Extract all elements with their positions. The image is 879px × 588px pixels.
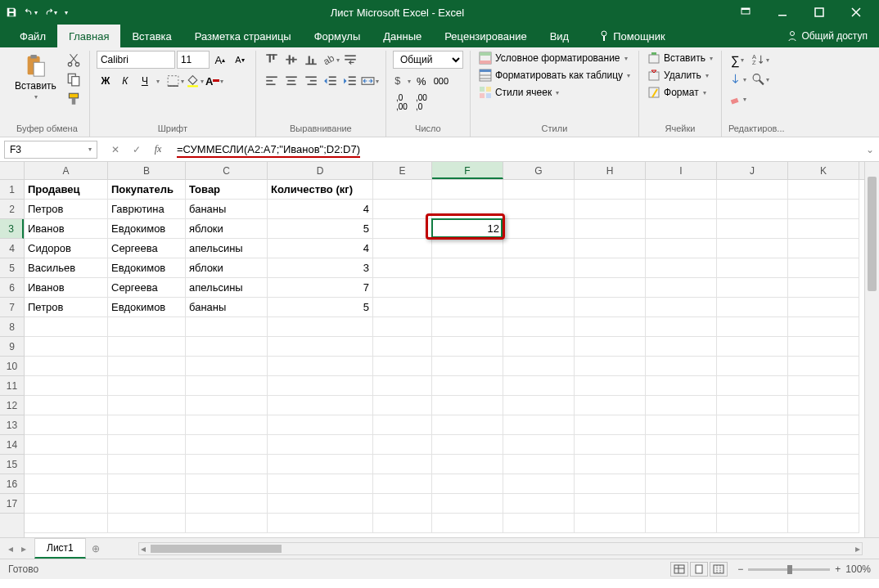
row-header[interactable]: 10 xyxy=(0,357,24,376)
cell[interactable] xyxy=(373,455,432,474)
tab-home[interactable]: Главная xyxy=(57,25,120,47)
cell[interactable] xyxy=(503,474,575,494)
sort-filter-icon[interactable]: AZ▾ xyxy=(751,51,769,69)
cell[interactable]: Петров xyxy=(25,200,108,219)
autosum-icon[interactable]: ∑▾ xyxy=(728,51,746,69)
cell[interactable] xyxy=(646,514,717,533)
cell[interactable] xyxy=(788,415,859,435)
save-icon[interactable] xyxy=(5,6,18,19)
cell[interactable] xyxy=(25,396,108,415)
tab-formulas[interactable]: Формулы xyxy=(303,25,372,47)
row-header[interactable]: 14 xyxy=(0,435,24,455)
ribbon-options-icon[interactable] xyxy=(727,0,764,25)
cell[interactable] xyxy=(646,435,717,455)
cell[interactable] xyxy=(373,298,432,317)
cell[interactable] xyxy=(432,435,503,455)
cell[interactable] xyxy=(25,435,108,455)
cell[interactable]: Иванов xyxy=(25,219,108,239)
cell[interactable] xyxy=(108,474,186,494)
cell[interactable] xyxy=(108,317,186,337)
cell[interactable] xyxy=(108,415,186,435)
cell[interactable] xyxy=(646,415,717,435)
cell[interactable] xyxy=(503,337,575,357)
row-header[interactable]: 12 xyxy=(0,396,24,415)
zoom-in-icon[interactable]: + xyxy=(835,563,841,575)
cell[interactable] xyxy=(575,514,646,533)
cell[interactable]: Васильев xyxy=(25,258,108,278)
row-header[interactable]: 13 xyxy=(0,415,24,435)
cell[interactable] xyxy=(646,376,717,396)
cell[interactable] xyxy=(788,278,859,298)
decrease-decimal-icon[interactable]: ,00,0 xyxy=(412,93,430,111)
cell[interactable] xyxy=(575,337,646,357)
row-header[interactable]: 3 xyxy=(0,219,24,239)
cell[interactable]: апельсины xyxy=(186,239,268,258)
cell[interactable] xyxy=(575,239,646,258)
scrollbar-thumb[interactable] xyxy=(868,177,877,291)
cell[interactable] xyxy=(268,317,373,337)
borders-icon[interactable]: ▾ xyxy=(166,72,184,90)
align-bottom-icon[interactable] xyxy=(302,51,320,69)
tab-view[interactable]: Вид xyxy=(539,25,581,47)
cell[interactable] xyxy=(503,298,575,317)
cell[interactable] xyxy=(268,415,373,435)
cell[interactable] xyxy=(717,494,788,514)
cell[interactable] xyxy=(788,376,859,396)
cell[interactable] xyxy=(575,298,646,317)
cell[interactable] xyxy=(25,357,108,376)
cell[interactable] xyxy=(646,180,717,200)
conditional-formatting-button[interactable]: Условное форматирование▾ xyxy=(477,51,629,65)
insert-cells-button[interactable]: Вставить▾ xyxy=(646,51,714,65)
merge-center-icon[interactable]: ▾ xyxy=(361,72,379,90)
cell[interactable] xyxy=(108,435,186,455)
row-header[interactable]: 11 xyxy=(0,376,24,396)
cell[interactable] xyxy=(575,180,646,200)
cell[interactable] xyxy=(268,376,373,396)
cell[interactable] xyxy=(788,200,859,219)
row-header[interactable]: 16 xyxy=(0,474,24,494)
tab-review[interactable]: Рецензирование xyxy=(433,25,538,47)
cell[interactable] xyxy=(717,455,788,474)
cell[interactable] xyxy=(268,337,373,357)
align-right-icon[interactable] xyxy=(302,72,320,90)
cell[interactable]: 7 xyxy=(268,278,373,298)
cell[interactable]: 4 xyxy=(268,200,373,219)
cell[interactable] xyxy=(503,219,575,239)
cell[interactable]: 5 xyxy=(268,219,373,239)
orientation-icon[interactable]: ab▾ xyxy=(322,51,340,69)
tab-data[interactable]: Данные xyxy=(372,25,433,47)
cell[interactable] xyxy=(646,298,717,317)
font-name-input[interactable] xyxy=(97,51,175,69)
cell[interactable] xyxy=(432,180,503,200)
cell[interactable] xyxy=(575,219,646,239)
cell[interactable] xyxy=(575,474,646,494)
cell[interactable]: бананы xyxy=(186,298,268,317)
cell[interactable] xyxy=(503,357,575,376)
cell[interactable] xyxy=(503,239,575,258)
formula-input[interactable]: =СУММЕСЛИ(A2:A7;"Иванов";D2:D7) xyxy=(174,137,861,161)
cell[interactable] xyxy=(432,317,503,337)
column-header[interactable]: C xyxy=(186,162,268,179)
tab-file[interactable]: Файл xyxy=(8,25,57,47)
close-icon[interactable] xyxy=(837,0,874,25)
cell[interactable] xyxy=(108,455,186,474)
cell[interactable] xyxy=(373,494,432,514)
cell[interactable]: бананы xyxy=(186,200,268,219)
undo-icon[interactable]: ▾ xyxy=(25,6,38,19)
cell[interactable] xyxy=(788,396,859,415)
cell[interactable] xyxy=(108,376,186,396)
normal-view-icon[interactable] xyxy=(670,562,688,577)
cell[interactable] xyxy=(788,455,859,474)
cell[interactable] xyxy=(432,357,503,376)
cell[interactable]: Иванов xyxy=(25,278,108,298)
cell[interactable] xyxy=(575,396,646,415)
align-middle-icon[interactable] xyxy=(282,51,300,69)
sheet-next-icon[interactable]: ▸ xyxy=(21,543,26,554)
column-header[interactable]: J xyxy=(717,162,788,179)
cell[interactable] xyxy=(575,200,646,219)
cell[interactable] xyxy=(503,258,575,278)
delete-cells-button[interactable]: Удалить▾ xyxy=(646,68,710,83)
cell[interactable]: яблоки xyxy=(186,219,268,239)
cell[interactable] xyxy=(788,474,859,494)
row-header[interactable]: 1 xyxy=(0,180,24,200)
